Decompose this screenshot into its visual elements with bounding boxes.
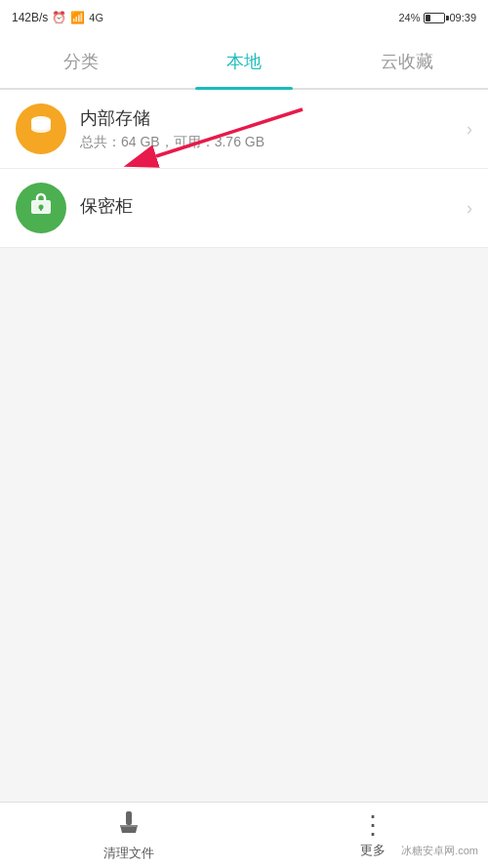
svg-rect-13 <box>120 825 138 827</box>
status-right: 24% 09:39 <box>398 12 476 23</box>
svg-rect-9 <box>40 207 42 211</box>
signal-icon: 4G <box>89 12 103 23</box>
storage-icon-bg <box>16 103 66 154</box>
alarm-icon: ⏰ <box>52 11 66 24</box>
vault-text: 保密柜 <box>80 194 467 222</box>
battery-percentage: 24% <box>398 12 420 23</box>
clean-files-label: 清理文件 <box>103 845 154 862</box>
tab-local[interactable]: 本地 <box>163 35 326 88</box>
tab-classify-label: 分类 <box>63 50 99 73</box>
wifi-icon: 📶 <box>70 11 85 24</box>
tab-bar: 分类 本地 云收藏 <box>0 35 488 90</box>
tab-cloud-label: 云收藏 <box>381 50 433 73</box>
time-display: 09:39 <box>449 12 476 23</box>
tab-local-label: 本地 <box>226 50 262 73</box>
storage-text: 内部存储 总共：64 GB，可用：3.76 GB <box>80 106 467 151</box>
vault-title: 保密柜 <box>80 194 467 218</box>
vault-icon <box>28 192 54 224</box>
list-item-vault[interactable]: 保密柜 › <box>0 169 488 248</box>
storage-title: 内部存储 <box>80 106 467 130</box>
tab-cloud[interactable]: 云收藏 <box>325 35 488 88</box>
clean-icon <box>116 809 142 841</box>
speed-indicator: 142B/s <box>12 11 48 24</box>
watermark: 冰糖安卓网.com <box>401 844 478 858</box>
storage-arrow: › <box>467 119 472 140</box>
battery-icon <box>424 13 445 23</box>
storage-subtitle: 总共：64 GB，可用：3.76 GB <box>80 134 467 151</box>
vault-icon-bg <box>16 183 66 233</box>
status-left: 142B/s ⏰ 📶 4G <box>12 11 103 24</box>
storage-icon <box>27 112 55 146</box>
more-button[interactable]: ⋮ 更多 <box>337 805 409 867</box>
list-item-internal-storage[interactable]: 内部存储 总共：64 GB，可用：3.76 GB › <box>0 90 488 169</box>
svg-point-6 <box>31 125 51 133</box>
more-icon: ⋮ <box>360 812 386 838</box>
status-bar: 142B/s ⏰ 📶 4G 24% 09:39 <box>0 0 488 35</box>
list-container: 内部存储 总共：64 GB，可用：3.76 GB › 保密柜 › <box>0 90 488 248</box>
tab-classify[interactable]: 分类 <box>0 35 163 88</box>
more-label: 更多 <box>360 842 386 859</box>
clean-files-button[interactable]: 清理文件 <box>80 802 178 869</box>
svg-rect-12 <box>126 811 132 825</box>
vault-arrow: › <box>467 198 472 219</box>
